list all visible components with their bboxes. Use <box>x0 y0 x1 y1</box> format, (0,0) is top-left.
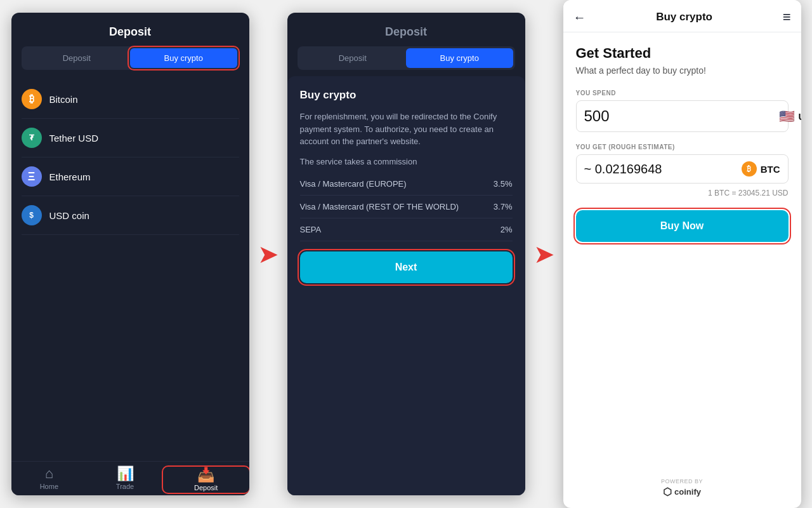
panel2-title: Deposit <box>287 13 525 46</box>
panel2-tab-bar: Deposit Buy crypto <box>298 46 515 70</box>
list-item[interactable]: ₿ Bitcoin <box>22 80 239 119</box>
commission-rate: 3.7% <box>494 202 513 211</box>
btc-badge: ₿ BTC <box>742 161 780 177</box>
modal-title: Buy crypto <box>300 89 513 102</box>
nav-trade[interactable]: 📊 Trade <box>87 467 163 493</box>
deposit-icon: 📥 <box>197 468 214 482</box>
home-icon: ⌂ <box>45 467 53 481</box>
next-button[interactable]: Next <box>300 251 513 283</box>
modal-description: For replenishment, you will be redirecte… <box>300 110 513 148</box>
nav-home[interactable]: ⌂ Home <box>11 467 88 493</box>
spend-input-row: 🇺🇸 USD ▾ <box>576 100 789 132</box>
commission-row-2: Visa / Mastercard (REST OF THE WORLD) 3.… <box>300 196 513 218</box>
panel3-footer: POWERED BY ⬡ coinify <box>563 468 801 508</box>
commission-row-1: Visa / Mastercard (EUROPE) 3.5% <box>300 173 513 196</box>
tab-buy-crypto-p2[interactable]: Buy crypto <box>406 48 513 68</box>
commission-title: The service takes a commission <box>300 157 513 166</box>
right-arrow-icon-2: ➤ <box>534 239 555 269</box>
menu-icon[interactable]: ≡ <box>783 9 791 25</box>
buy-now-button[interactable]: Buy Now <box>576 210 789 242</box>
currency-selector[interactable]: 🇺🇸 USD ▾ <box>779 109 801 124</box>
estimate-amount: ~ 0.02169648 <box>584 162 737 177</box>
us-flag-icon: 🇺🇸 <box>779 109 795 124</box>
exchange-rate: 1 BTC = 23045.21 USD <box>576 189 789 197</box>
tab-buy-crypto[interactable]: Buy crypto <box>130 48 237 68</box>
spend-label: YOU SPEND <box>576 90 789 97</box>
commission-row-3: SEPA 2% <box>300 218 513 241</box>
list-item[interactable]: $ USD coin <box>22 196 239 235</box>
spend-amount-input[interactable] <box>584 107 774 125</box>
get-currency-label: BTC <box>761 164 780 175</box>
panel1-crypto-list: ₿ Bitcoin ₮ Tether USD Ξ Ethereum $ USD … <box>11 80 249 461</box>
bottom-navigation: ⌂ Home 📊 Trade 📥 Deposit <box>11 461 249 495</box>
panel1-tab-bar: Deposit Buy crypto <box>22 46 239 70</box>
trade-icon: 📊 <box>117 467 134 481</box>
usdt-icon: ₮ <box>22 128 42 148</box>
arrow-1: ➤ <box>249 239 287 269</box>
crypto-name: Ethereum <box>49 171 91 182</box>
buy-crypto-modal: Buy crypto For replenishment, you will b… <box>287 76 525 495</box>
back-button[interactable]: ← <box>573 10 586 25</box>
nav-deposit-label: Deposit <box>194 484 218 491</box>
panel3-header: ← Buy crypto ≡ <box>563 0 801 32</box>
panel3-body: Get Started What a perfect day to buy cr… <box>563 32 801 468</box>
commission-method: Visa / Mastercard (EUROPE) <box>300 179 407 189</box>
commission-method: SEPA <box>300 225 322 234</box>
btc-circle-icon: ₿ <box>742 161 757 177</box>
commission-rate: 3.5% <box>494 179 513 189</box>
powered-by-text: POWERED BY <box>573 478 791 485</box>
right-arrow-icon: ➤ <box>258 239 279 269</box>
get-started-title: Get Started <box>576 45 789 62</box>
btc-icon: ₿ <box>22 89 42 109</box>
commission-rate: 2% <box>501 225 513 234</box>
get-estimate-row: ~ 0.02169648 ₿ BTC <box>576 154 789 184</box>
crypto-name: Tether USD <box>49 133 99 144</box>
list-item[interactable]: ₮ Tether USD <box>22 119 239 157</box>
panel1-title: Deposit <box>11 13 249 46</box>
list-item[interactable]: Ξ Ethereum <box>22 157 239 196</box>
commission-method: Visa / Mastercard (REST OF THE WORLD) <box>300 202 459 211</box>
nav-home-label: Home <box>40 483 58 490</box>
crypto-name: USD coin <box>49 210 89 221</box>
panel-deposit-screen: Deposit Deposit Buy crypto ₿ Bitcoin ₮ T… <box>11 13 249 495</box>
panel-get-started: ← Buy crypto ≡ Get Started What a perfec… <box>563 0 801 508</box>
panel3-title: Buy crypto <box>586 11 783 23</box>
arrow-2: ➤ <box>525 239 563 269</box>
tab-deposit[interactable]: Deposit <box>23 48 131 68</box>
usdc-icon: $ <box>22 205 42 225</box>
get-label: YOU GET (ROUGH ESTIMATE) <box>576 144 789 150</box>
currency-label: USD <box>799 111 801 122</box>
crypto-name: Bitcoin <box>49 94 78 105</box>
tagline: What a perfect day to buy crypto! <box>576 65 789 76</box>
tab-deposit-p2[interactable]: Deposit <box>299 48 407 68</box>
nav-trade-label: Trade <box>116 483 134 490</box>
eth-icon: Ξ <box>22 166 42 187</box>
nav-deposit[interactable]: 📥 Deposit <box>163 467 249 493</box>
panel-buy-crypto-info: Deposit Deposit Buy crypto ₿ Bitcoin ₮ T… <box>287 13 525 495</box>
coinify-logo: ⬡ coinify <box>573 486 791 498</box>
